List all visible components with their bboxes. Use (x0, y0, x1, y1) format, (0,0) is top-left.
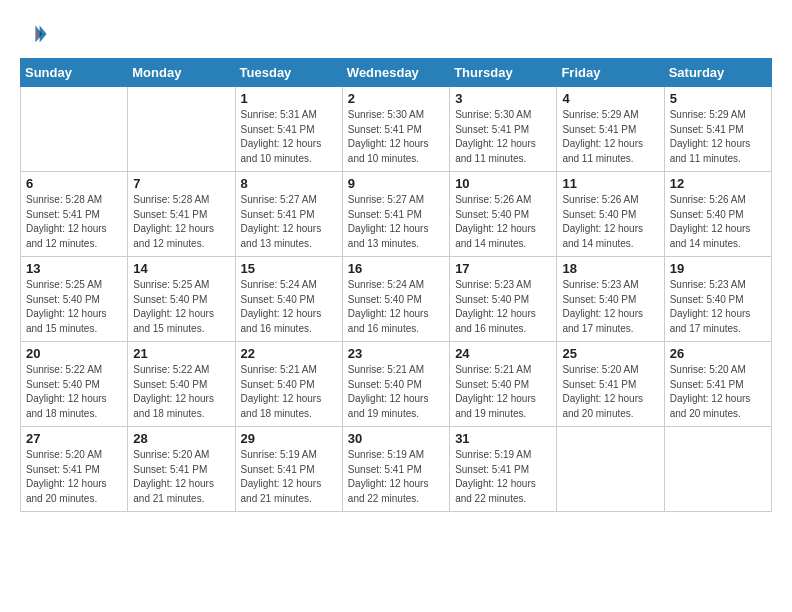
calendar-cell: 28Sunrise: 5:20 AMSunset: 5:41 PMDayligh… (128, 427, 235, 512)
day-info: Sunrise: 5:26 AMSunset: 5:40 PMDaylight:… (562, 193, 658, 251)
week-row-2: 6Sunrise: 5:28 AMSunset: 5:41 PMDaylight… (21, 172, 772, 257)
day-number: 23 (348, 346, 444, 361)
sunrise: Sunrise: 5:21 AM (455, 364, 531, 375)
calendar-cell: 4Sunrise: 5:29 AMSunset: 5:41 PMDaylight… (557, 87, 664, 172)
calendar-cell: 31Sunrise: 5:19 AMSunset: 5:41 PMDayligh… (450, 427, 557, 512)
sunrise: Sunrise: 5:20 AM (670, 364, 746, 375)
day-info: Sunrise: 5:24 AMSunset: 5:40 PMDaylight:… (241, 278, 337, 336)
day-number: 9 (348, 176, 444, 191)
sunrise: Sunrise: 5:27 AM (348, 194, 424, 205)
sunset: Sunset: 5:41 PM (133, 464, 207, 475)
day-number: 2 (348, 91, 444, 106)
sunset: Sunset: 5:41 PM (133, 209, 207, 220)
calendar-cell: 23Sunrise: 5:21 AMSunset: 5:40 PMDayligh… (342, 342, 449, 427)
day-info: Sunrise: 5:19 AMSunset: 5:41 PMDaylight:… (241, 448, 337, 506)
day-info: Sunrise: 5:28 AMSunset: 5:41 PMDaylight:… (133, 193, 229, 251)
day-info: Sunrise: 5:29 AMSunset: 5:41 PMDaylight:… (670, 108, 766, 166)
sunset: Sunset: 5:40 PM (241, 379, 315, 390)
day-info: Sunrise: 5:20 AMSunset: 5:41 PMDaylight:… (133, 448, 229, 506)
daylight: Daylight: 12 hours and 15 minutes. (133, 308, 214, 334)
day-number: 16 (348, 261, 444, 276)
calendar-cell: 13Sunrise: 5:25 AMSunset: 5:40 PMDayligh… (21, 257, 128, 342)
sunrise: Sunrise: 5:26 AM (670, 194, 746, 205)
calendar-cell: 6Sunrise: 5:28 AMSunset: 5:41 PMDaylight… (21, 172, 128, 257)
day-info: Sunrise: 5:25 AMSunset: 5:40 PMDaylight:… (26, 278, 122, 336)
daylight: Daylight: 12 hours and 16 minutes. (241, 308, 322, 334)
daylight: Daylight: 12 hours and 14 minutes. (670, 223, 751, 249)
calendar-cell: 21Sunrise: 5:22 AMSunset: 5:40 PMDayligh… (128, 342, 235, 427)
day-info: Sunrise: 5:19 AMSunset: 5:41 PMDaylight:… (348, 448, 444, 506)
day-number: 13 (26, 261, 122, 276)
sunset: Sunset: 5:40 PM (26, 379, 100, 390)
sunset: Sunset: 5:41 PM (241, 124, 315, 135)
day-info: Sunrise: 5:25 AMSunset: 5:40 PMDaylight:… (133, 278, 229, 336)
day-number: 10 (455, 176, 551, 191)
daylight: Daylight: 12 hours and 15 minutes. (26, 308, 107, 334)
week-row-4: 20Sunrise: 5:22 AMSunset: 5:40 PMDayligh… (21, 342, 772, 427)
calendar-cell: 1Sunrise: 5:31 AMSunset: 5:41 PMDaylight… (235, 87, 342, 172)
sunset: Sunset: 5:40 PM (562, 294, 636, 305)
day-number: 17 (455, 261, 551, 276)
sunrise: Sunrise: 5:22 AM (26, 364, 102, 375)
day-number: 25 (562, 346, 658, 361)
calendar-cell: 5Sunrise: 5:29 AMSunset: 5:41 PMDaylight… (664, 87, 771, 172)
daylight: Daylight: 12 hours and 10 minutes. (348, 138, 429, 164)
day-info: Sunrise: 5:27 AMSunset: 5:41 PMDaylight:… (241, 193, 337, 251)
calendar-cell: 16Sunrise: 5:24 AMSunset: 5:40 PMDayligh… (342, 257, 449, 342)
week-row-3: 13Sunrise: 5:25 AMSunset: 5:40 PMDayligh… (21, 257, 772, 342)
sunrise: Sunrise: 5:23 AM (670, 279, 746, 290)
day-info: Sunrise: 5:19 AMSunset: 5:41 PMDaylight:… (455, 448, 551, 506)
day-info: Sunrise: 5:29 AMSunset: 5:41 PMDaylight:… (562, 108, 658, 166)
sunrise: Sunrise: 5:29 AM (562, 109, 638, 120)
sunrise: Sunrise: 5:28 AM (26, 194, 102, 205)
day-number: 22 (241, 346, 337, 361)
day-info: Sunrise: 5:21 AMSunset: 5:40 PMDaylight:… (241, 363, 337, 421)
week-row-5: 27Sunrise: 5:20 AMSunset: 5:41 PMDayligh… (21, 427, 772, 512)
sunrise: Sunrise: 5:20 AM (562, 364, 638, 375)
sunset: Sunset: 5:41 PM (670, 124, 744, 135)
sunrise: Sunrise: 5:31 AM (241, 109, 317, 120)
sunrise: Sunrise: 5:21 AM (241, 364, 317, 375)
day-number: 14 (133, 261, 229, 276)
sunrise: Sunrise: 5:22 AM (133, 364, 209, 375)
calendar-cell (557, 427, 664, 512)
sunset: Sunset: 5:41 PM (26, 464, 100, 475)
calendar-cell: 30Sunrise: 5:19 AMSunset: 5:41 PMDayligh… (342, 427, 449, 512)
sunrise: Sunrise: 5:23 AM (562, 279, 638, 290)
calendar-cell: 25Sunrise: 5:20 AMSunset: 5:41 PMDayligh… (557, 342, 664, 427)
daylight: Daylight: 12 hours and 11 minutes. (455, 138, 536, 164)
weekday-header-tuesday: Tuesday (235, 59, 342, 87)
sunrise: Sunrise: 5:23 AM (455, 279, 531, 290)
day-info: Sunrise: 5:23 AMSunset: 5:40 PMDaylight:… (670, 278, 766, 336)
calendar-cell: 11Sunrise: 5:26 AMSunset: 5:40 PMDayligh… (557, 172, 664, 257)
day-number: 24 (455, 346, 551, 361)
daylight: Daylight: 12 hours and 13 minutes. (348, 223, 429, 249)
weekday-header-thursday: Thursday (450, 59, 557, 87)
logo (20, 20, 52, 48)
sunrise: Sunrise: 5:24 AM (348, 279, 424, 290)
weekday-header-wednesday: Wednesday (342, 59, 449, 87)
day-info: Sunrise: 5:26 AMSunset: 5:40 PMDaylight:… (455, 193, 551, 251)
day-number: 19 (670, 261, 766, 276)
calendar-cell: 9Sunrise: 5:27 AMSunset: 5:41 PMDaylight… (342, 172, 449, 257)
day-number: 20 (26, 346, 122, 361)
week-row-1: 1Sunrise: 5:31 AMSunset: 5:41 PMDaylight… (21, 87, 772, 172)
calendar-cell: 15Sunrise: 5:24 AMSunset: 5:40 PMDayligh… (235, 257, 342, 342)
day-number: 12 (670, 176, 766, 191)
sunset: Sunset: 5:41 PM (348, 464, 422, 475)
sunset: Sunset: 5:40 PM (670, 294, 744, 305)
daylight: Daylight: 12 hours and 18 minutes. (241, 393, 322, 419)
day-number: 11 (562, 176, 658, 191)
sunrise: Sunrise: 5:27 AM (241, 194, 317, 205)
sunrise: Sunrise: 5:20 AM (133, 449, 209, 460)
calendar-cell: 20Sunrise: 5:22 AMSunset: 5:40 PMDayligh… (21, 342, 128, 427)
sunrise: Sunrise: 5:19 AM (348, 449, 424, 460)
calendar-cell: 12Sunrise: 5:26 AMSunset: 5:40 PMDayligh… (664, 172, 771, 257)
calendar-cell: 3Sunrise: 5:30 AMSunset: 5:41 PMDaylight… (450, 87, 557, 172)
day-number: 26 (670, 346, 766, 361)
sunrise: Sunrise: 5:26 AM (562, 194, 638, 205)
sunrise: Sunrise: 5:28 AM (133, 194, 209, 205)
sunrise: Sunrise: 5:25 AM (26, 279, 102, 290)
day-number: 1 (241, 91, 337, 106)
day-number: 7 (133, 176, 229, 191)
